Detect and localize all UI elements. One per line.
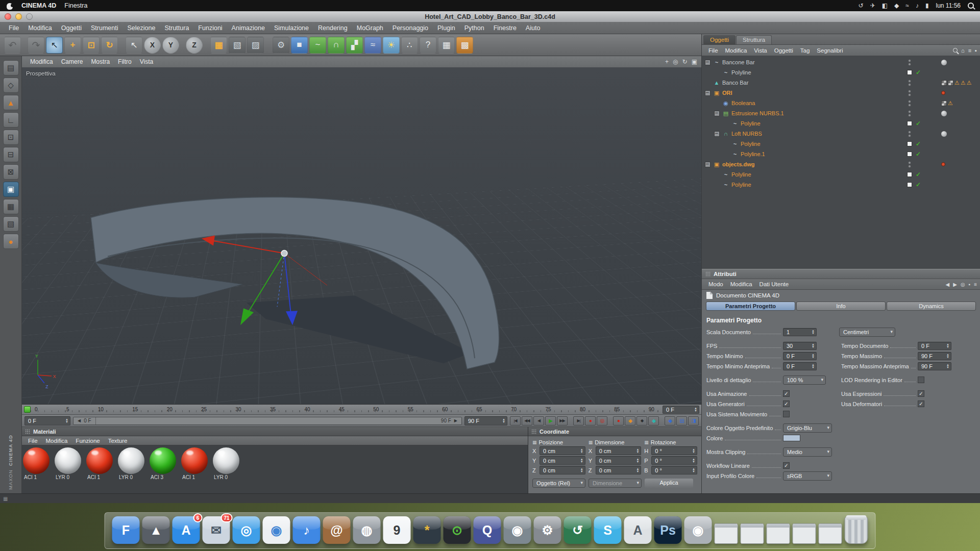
viewport-menu-item[interactable]: Mostra [87,58,114,65]
goto-start-button[interactable]: |◀ [510,416,521,425]
rotation-h-field[interactable]: 0 °▲▼ [651,446,697,455]
visibility-dots[interactable] [903,131,916,137]
material-item[interactable]: ACI 1 [23,447,52,480]
lock-attributes-icon[interactable]: ▪ [969,282,971,287]
object-tags[interactable] [941,131,980,137]
objects-panel-tab[interactable]: Struttura [736,35,772,44]
polygons-mode-icon[interactable]: ⊠ [3,164,19,180]
visibility-dots[interactable] [903,161,916,168]
object-tree-row[interactable]: Polyline.1 ✓ [702,149,980,159]
x-axis-button[interactable]: X [144,37,161,54]
object-tags[interactable] [941,162,980,166]
next-frame-button[interactable]: ▶▶ [557,416,568,425]
app-menu-item[interactable]: Simulazione [270,24,313,32]
record-rotation-button[interactable]: ◆ [648,416,659,425]
use-generators-checkbox[interactable] [783,400,790,407]
expand-toggle-icon[interactable] [705,60,710,65]
position-x-field[interactable]: 0 cm▲▼ [540,446,585,455]
powerslider[interactable]: ◀0 F 90 F▶ [73,417,462,425]
history-forward-icon[interactable]: ▶ [953,282,957,287]
photoshop-dock-icon[interactable]: Ps [654,516,682,544]
display-status-icon[interactable]: ◧ [882,2,888,9]
active-app-menu[interactable]: CINEMA 4D [21,2,56,9]
object-axis-mode-icon[interactable]: ▣ [3,182,19,197]
add-cube-icon[interactable]: ■ [291,37,308,54]
app-menu-item[interactable]: Modifica [23,24,57,32]
viewport-menu-item[interactable]: Vista [136,58,157,65]
material-label[interactable]: ACI 1 [86,474,115,480]
safari-dock-icon[interactable]: ◎ [233,516,260,544]
position-z-field[interactable]: 0 cm▲▼ [540,466,585,474]
attributes-menu-item[interactable]: Modifica [727,281,756,287]
visibility-dots[interactable] [903,110,916,117]
modeling-icon[interactable]: ▞ [346,37,363,54]
zoom-button[interactable] [26,13,33,20]
object-tree-row[interactable]: Estrusione NURBS.1 ✓ [702,108,980,118]
object-tree-row[interactable]: Loft NURBS ✓ [702,129,980,139]
material-item[interactable]: ACI 1 [86,447,115,480]
render-picture-viewer-icon[interactable]: ▨ [247,37,264,54]
move-icon[interactable]: + [64,37,81,54]
nurbs-icon[interactable]: ∩ [328,37,345,54]
render-settings-icon[interactable]: ⚙ [273,37,289,54]
app-store-dock-icon[interactable]: A 6 [173,516,200,544]
visibility-dots[interactable] [903,59,916,66]
timeline-ruler[interactable]: 051015202530354045505560657075808590 0 F… [22,405,701,415]
linear-workflow-checkbox[interactable] [783,462,790,469]
object-label[interactable]: Bancone Bar [721,59,756,65]
default-object-color-dropdown[interactable]: Grigio-Blu [783,423,832,433]
lock-panel-icon[interactable]: ▪ [975,47,977,54]
attribute-tab[interactable]: Dynamics [887,302,976,311]
material-label[interactable]: LYR 0 [55,474,83,480]
texture-axis-mode-icon[interactable]: ▧ [3,216,19,232]
volume-status-icon[interactable]: ♪ [916,2,919,9]
minimized-window-icon[interactable] [741,523,764,544]
filter-icon[interactable]: ≡ [968,47,971,54]
particles-icon[interactable]: ∴ [401,37,418,54]
objects-menu-item[interactable]: Segnalibri [813,47,846,54]
object-tag-icon[interactable] [967,80,972,86]
textedit-dock-icon[interactable]: A [624,516,652,544]
quicktime-dock-icon[interactable]: Q [474,516,501,544]
object-tree-row[interactable]: Bancone Bar ✓ [702,57,980,67]
panel-grip-icon[interactable] [531,429,536,434]
record-parameter-button[interactable]: ◆ [665,416,675,425]
attributes-menu-item[interactable]: Dati Utente [756,281,793,287]
system-preferences-dock-icon[interactable]: ⚙ [534,516,561,544]
display-color-swatch[interactable] [907,70,912,75]
object-label[interactable]: Polyline [730,171,753,178]
objects-menu-item[interactable]: File [705,47,722,54]
z-axis-button[interactable]: Z [186,37,203,54]
y-axis-button[interactable]: Y [162,37,179,54]
coordinate-mode-dropdown[interactable]: Oggetto (Rel) [532,479,585,488]
display-color-swatch[interactable] [907,182,912,187]
material-item[interactable]: ACI 3 [150,447,178,480]
record-keyframe-button[interactable]: ● [585,416,596,425]
lod-rendering-checkbox[interactable] [918,377,924,383]
use-deformers-checkbox[interactable] [918,400,924,407]
dashboard-dock-icon[interactable]: ⊙ [444,516,471,544]
object-label[interactable]: Booleana [730,100,757,106]
expand-toggle-icon[interactable] [714,111,720,116]
end-frame-field[interactable]: 90 F▲▼ [464,416,507,425]
panel-menu-icon[interactable]: ≡ [974,282,977,287]
spaces-status-icon[interactable]: ◆ [894,2,899,9]
app-menu-item[interactable]: Struttura [160,24,193,32]
object-tags[interactable] [941,60,980,65]
object-tree-row[interactable]: Banco Bar ✓ [702,78,980,88]
history-back-icon[interactable]: ◀ [945,282,949,287]
rotation-b-field[interactable]: 0 °▲▼ [651,466,697,474]
make-editable-icon[interactable]: ▤ [3,60,19,76]
display-color-swatch[interactable] [907,121,912,126]
app-menu-item[interactable]: Personaggio [388,24,433,32]
object-tag-icon[interactable] [941,60,947,65]
app-menu-item[interactable]: File [4,24,23,32]
redo-icon[interactable]: ↷ [28,37,44,54]
expand-toggle-icon[interactable] [705,90,710,96]
zoom-view-icon[interactable]: ◎ [673,58,678,65]
goto-end-button[interactable]: ▶| [573,416,584,425]
object-tag-icon[interactable] [948,100,953,107]
app-menu-item[interactable]: Oggetti [57,24,86,32]
panel-grip-icon[interactable] [25,429,30,434]
pan-view-icon[interactable]: + [665,58,669,65]
